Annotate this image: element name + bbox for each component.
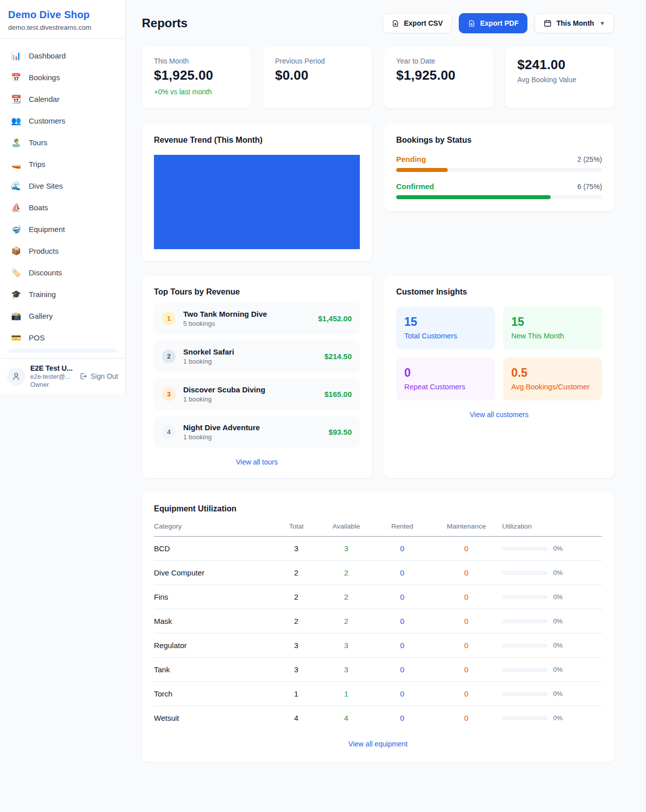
- sidebar-item-products[interactable]: 📦 Products: [4, 240, 121, 262]
- eq-total: 2: [274, 593, 318, 601]
- stat-value: $1,925.00: [396, 68, 481, 83]
- products-icon: 📦: [11, 246, 21, 256]
- insight-label: Avg Bookings/Customer: [511, 383, 594, 391]
- sign-out-button[interactable]: Sign Out: [79, 372, 118, 380]
- tour-name: Night Dive Adventure: [183, 423, 260, 432]
- eq-category: Dive Computer: [154, 568, 274, 577]
- page-header: Reports Export CSV Export PDF This Month: [142, 13, 614, 33]
- revenue-trend-card: Revenue Trend (This Month): [142, 124, 372, 261]
- utilization-percent: 0%: [553, 545, 563, 552]
- sidebar-item-label: Calendar: [29, 95, 60, 103]
- export-csv-button[interactable]: Export CSV: [383, 13, 452, 33]
- col-total: Total: [274, 523, 318, 530]
- training-icon: 🎓: [11, 289, 21, 299]
- tour-row: 4 Night Dive Adventure 1 booking $93.50: [154, 416, 360, 448]
- sidebar-item-calendar[interactable]: 📆 Calendar: [4, 88, 121, 110]
- sidebar-item-customers[interactable]: 👥 Customers: [4, 110, 121, 132]
- user-email: e2e-tester@...: [30, 373, 73, 380]
- tour-bookings: 1 booking: [183, 433, 260, 441]
- sidebar-item-reports-partial[interactable]: [8, 349, 117, 353]
- eq-available: 2: [318, 568, 374, 577]
- tour-bookings: 1 booking: [183, 358, 234, 365]
- sidebar-item-tours[interactable]: 🏝️ Tours: [4, 132, 121, 153]
- sidebar-header: Demo Dive Shop demo.test.divestreams.com: [0, 0, 125, 39]
- status-row-pending: Pending 2 (25%): [396, 155, 602, 172]
- sidebar-item-dashboard[interactable]: 📊 Dashboard: [4, 45, 121, 67]
- period-selector[interactable]: This Month ▼: [534, 13, 614, 33]
- utilization-percent: 0%: [553, 593, 563, 601]
- calendar-outline-icon: [544, 19, 552, 27]
- sidebar: Demo Dive Shop demo.test.divestreams.com…: [0, 0, 126, 394]
- insight-value: 0: [404, 366, 487, 380]
- eq-available: 4: [318, 714, 374, 722]
- revenue-trend-chart: [154, 155, 360, 249]
- eq-total: 3: [274, 665, 318, 674]
- tour-name: Snorkel Safari: [183, 347, 234, 356]
- sidebar-item-discounts[interactable]: 🏷️ Discounts: [4, 262, 121, 283]
- col-available: Available: [318, 523, 374, 530]
- utilization-bar: [502, 644, 548, 648]
- customer-insights-card: Customer Insights 15 Total Customers 15 …: [384, 275, 614, 478]
- file-download-icon: [468, 20, 475, 27]
- period-label: This Month: [556, 19, 594, 27]
- view-all-equipment-link[interactable]: View all equipment: [154, 740, 602, 748]
- stat-value: $241.00: [517, 57, 602, 73]
- eq-maintenance: 0: [430, 544, 502, 553]
- insights-grid: 15 Total Customers 15 New This Month 0 R…: [396, 307, 602, 400]
- export-pdf-button[interactable]: Export PDF: [459, 13, 527, 33]
- calendar-icon: 📆: [11, 94, 21, 104]
- eq-category: Tank: [154, 665, 274, 674]
- tours-icon: 🏝️: [11, 138, 21, 147]
- bookings-by-status-title: Bookings by Status: [396, 136, 602, 145]
- tour-bookings: 5 bookings: [183, 320, 267, 327]
- eq-rented: 0: [374, 714, 430, 722]
- eq-maintenance: 0: [430, 617, 502, 625]
- sidebar-item-training[interactable]: 🎓 Training: [4, 283, 121, 305]
- sidebar-item-label: Equipment: [29, 225, 65, 234]
- dashboard-icon: 📊: [11, 51, 21, 61]
- eq-available: 2: [318, 593, 374, 601]
- main-content: Reports Export CSV Export PDF This Month: [126, 0, 646, 782]
- stat-delta: +0% vs last month: [154, 88, 239, 96]
- file-download-icon: [392, 20, 399, 27]
- sidebar-item-label: Tours: [29, 138, 47, 147]
- utilization-bar: [502, 716, 548, 720]
- status-count: 2 (25%): [577, 155, 602, 163]
- status-label: Confirmed: [396, 182, 434, 191]
- col-utilization: Utilization: [502, 523, 602, 530]
- equipment-utilization-card: Equipment Utilization Category Total Ava…: [142, 492, 614, 762]
- insight-tile-avg-bookings: 0.5 Avg Bookings/Customer: [503, 358, 602, 400]
- status-progress-fill: [396, 195, 551, 199]
- sidebar-item-equipment[interactable]: 🤿 Equipment: [4, 218, 121, 240]
- sidebar-item-bookings[interactable]: 📅 Bookings: [4, 67, 121, 88]
- sidebar-item-gallery[interactable]: 📸 Gallery: [4, 305, 121, 327]
- stat-card-year-to-date: Year to Date $1,925.00: [384, 46, 493, 108]
- sidebar-item-boats[interactable]: ⛵ Boats: [4, 197, 121, 218]
- view-all-customers-link[interactable]: View all customers: [396, 411, 602, 419]
- eq-rented: 0: [374, 617, 430, 625]
- utilization-bar: [502, 692, 548, 696]
- tour-bookings: 1 booking: [183, 395, 265, 403]
- boats-icon: ⛵: [11, 203, 21, 212]
- utilization-percent: 0%: [553, 666, 563, 673]
- export-pdf-label: Export PDF: [480, 19, 518, 27]
- eq-rented: 0: [374, 641, 430, 650]
- sidebar-item-trips[interactable]: 🚤 Trips: [4, 153, 121, 175]
- discounts-icon: 🏷️: [11, 268, 21, 277]
- view-all-tours-link[interactable]: View all tours: [154, 458, 360, 466]
- chevron-down-icon: ▼: [600, 20, 605, 26]
- status-progress-fill: [396, 168, 448, 172]
- pos-icon: 💳: [11, 333, 21, 342]
- sidebar-item-dive-sites[interactable]: 🌊 Dive Sites: [4, 175, 121, 197]
- eq-total: 1: [274, 689, 318, 698]
- eq-total: 3: [274, 544, 318, 553]
- trips-icon: 🚤: [11, 159, 21, 169]
- sign-out-icon: [79, 372, 87, 380]
- utilization-percent: 0%: [553, 690, 563, 698]
- sidebar-item-label: Training: [29, 290, 56, 299]
- eq-category: Mask: [154, 617, 274, 625]
- insight-value: 15: [511, 315, 594, 329]
- top-tours-card: Top Tours by Revenue 1 Two Tank Morning …: [142, 275, 372, 478]
- insights-row: Top Tours by Revenue 1 Two Tank Morning …: [142, 275, 614, 478]
- sidebar-item-pos[interactable]: 💳 POS: [4, 327, 121, 349]
